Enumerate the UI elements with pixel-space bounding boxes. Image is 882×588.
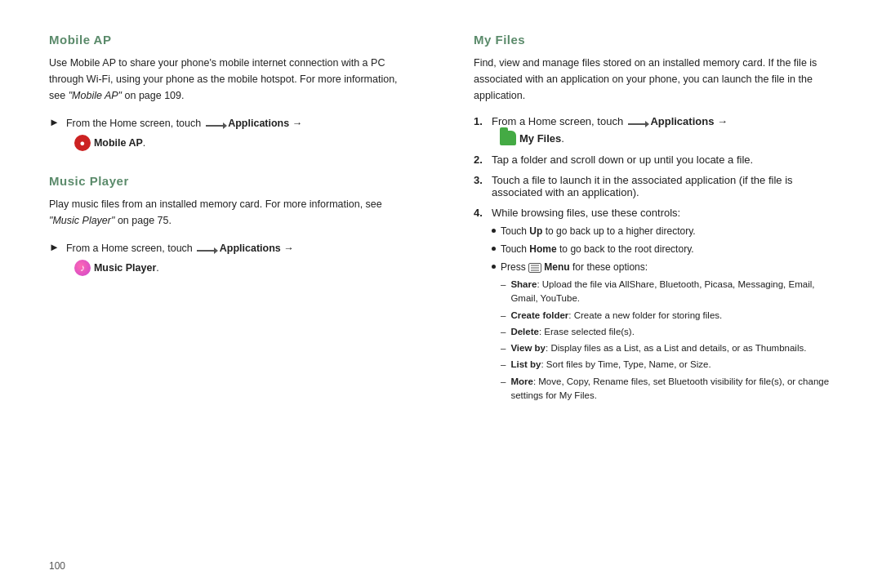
bullet-arrow-icon: ► — [49, 116, 60, 128]
sub-bullet-up-content: Touch Up to go back up to a higher direc… — [501, 224, 696, 238]
menu-option-more: – More: Move, Copy, Rename files, set Bl… — [501, 375, 833, 403]
apps-arrow-right — [626, 123, 648, 125]
sub-up-bold: Up — [529, 225, 542, 237]
music-player-body-text1: Play music files from an installed memor… — [49, 198, 382, 210]
sub-bullet-dot-3 — [492, 265, 496, 269]
step-1-content: From a Home screen, touch Applications →… — [492, 115, 728, 145]
step-1-apps-label: Applications → — [650, 115, 728, 127]
dash-6: – — [501, 375, 506, 389]
dash-2: – — [501, 309, 506, 323]
sub-bullet-dot-2 — [492, 247, 496, 251]
menu-bold-label: Menu — [544, 261, 569, 273]
step-3: 3. Touch a file to launch it in the asso… — [474, 174, 833, 198]
dash-1: – — [501, 278, 506, 292]
bullet-arrow-icon-2: ► — [49, 241, 60, 253]
viewby-bold: View by — [510, 343, 546, 353]
my-files-icon-row: My Files. — [500, 131, 728, 145]
music-player-body: Play music files from an installed memor… — [49, 196, 408, 229]
sub-bullet-up: Touch Up to go back up to a higher direc… — [492, 224, 833, 238]
mobile-ap-section: Mobile AP Use Mobile AP to share your ph… — [49, 33, 408, 151]
menu-option-viewby: – View by: Display files as a List, as a… — [501, 341, 833, 355]
step-4-num: 4. — [474, 207, 487, 219]
music-player-title: Music Player — [49, 174, 408, 188]
mobile-ap-bullet-content: From the Home screen, touch Applications… — [66, 115, 302, 151]
left-column: Mobile AP Use Mobile AP to share your ph… — [49, 33, 425, 528]
step-2-content: Tap a folder and scroll down or up until… — [492, 154, 753, 166]
apps-arrow — [204, 125, 225, 127]
sub-bullet-menu-content: Press Menu for these options: — [501, 260, 833, 405]
music-player-bullet: ► From a Home screen, touch Applications… — [49, 240, 408, 276]
viewby-text: View by: Display files as a List, as a L… — [510, 341, 806, 355]
delete-bold: Delete — [510, 327, 539, 336]
step-2-num: 2. — [474, 154, 487, 166]
share-bold: Share — [510, 279, 537, 289]
mobile-ap-icon-row: ● Mobile AP. — [74, 135, 302, 151]
delete-text: Delete: Erase selected file(s). — [510, 325, 635, 339]
mobile-ap-bullet-prefix: From the Home screen, touch — [66, 118, 201, 129]
step-4: 4. While browsing files, use these contr… — [474, 207, 833, 408]
sub-bullet-home-content: Touch Home to go back to the root direct… — [501, 242, 694, 256]
step-4-text: While browsing files, use these controls… — [492, 207, 680, 219]
sub-bullet-menu: Press Menu for these options: — [492, 260, 833, 405]
step-3-num: 3. — [474, 174, 487, 186]
apps-arrow-2 — [195, 250, 216, 252]
mobile-ap-bullet: ► From the Home screen, touch Applicatio… — [49, 115, 408, 151]
create-text: Create folder: Create a new folder for s… — [510, 309, 722, 323]
create-bold: Create folder — [510, 310, 568, 320]
mobile-ap-body-italic: "Mobile AP" — [69, 90, 122, 101]
music-player-icon-row: Music Player. — [74, 260, 294, 276]
page-footer: 100 — [0, 552, 882, 588]
sub-home-bold: Home — [529, 243, 556, 255]
my-files-body: Find, view and manage files stored on an… — [474, 55, 833, 104]
mobile-ap-apps-label: Applications → — [228, 118, 302, 129]
music-player-bullet-content: From a Home screen, touch Applications →… — [66, 240, 294, 276]
my-files-title: My Files — [474, 33, 833, 47]
mobile-ap-title: Mobile AP — [49, 33, 408, 47]
my-files-section: My Files Find, view and manage files sto… — [474, 33, 833, 408]
menu-lines — [531, 265, 539, 270]
more-bold: More — [510, 376, 532, 386]
music-player-icon — [74, 260, 91, 276]
menu-option-share: – Share: Upload the file via AllShare, B… — [501, 278, 833, 306]
share-text: Share: Upload the file via AllShare, Blu… — [510, 278, 833, 306]
step-4-sub-bullets: Touch Up to go back up to a higher direc… — [492, 224, 833, 405]
music-player-bullet-prefix: From a Home screen, touch — [66, 243, 193, 254]
dash-3: – — [501, 325, 506, 339]
my-files-icon — [500, 131, 516, 145]
music-player-icon-label: Music Player — [94, 260, 156, 276]
step-1: 1. From a Home screen, touch Application… — [474, 115, 833, 145]
my-files-steps: 1. From a Home screen, touch Application… — [474, 115, 833, 408]
menu-option-create: – Create folder: Create a new folder for… — [501, 309, 833, 323]
menu-options: – Share: Upload the file via AllShare, B… — [501, 278, 833, 403]
step-1-num: 1. — [474, 115, 487, 127]
arrow-line-icon-2 — [197, 250, 215, 252]
menu-option-listby: – List by: Sort files by Time, Type, Nam… — [501, 358, 833, 372]
listby-text: List by: Sort files by Time, Type, Name,… — [510, 358, 710, 372]
my-files-period: . — [561, 132, 564, 145]
sub-bullet-home: Touch Home to go back to the root direct… — [492, 242, 833, 256]
step-1-prefix: From a Home screen, touch — [492, 115, 623, 127]
more-text: More: Move, Copy, Rename files, set Blue… — [510, 375, 833, 403]
dash-4: – — [501, 341, 506, 355]
right-column: My Files Find, view and manage files sto… — [457, 33, 833, 528]
music-player-body-text2: on page 75. — [118, 215, 172, 226]
step-2: 2. Tap a folder and scroll down or up un… — [474, 154, 833, 166]
listby-bold: List by — [510, 359, 541, 369]
step-4-content: While browsing files, use these controls… — [492, 207, 833, 408]
mobile-ap-body: Use Mobile AP to share your phone's mobi… — [49, 55, 408, 104]
dash-5: – — [501, 358, 506, 372]
page-number: 100 — [49, 560, 65, 572]
mobile-ap-icon: ● — [74, 135, 91, 151]
music-player-section: Music Player Play music files from an in… — [49, 174, 408, 276]
mobile-ap-dot: . — [143, 135, 145, 151]
menu-icon — [528, 263, 541, 273]
menu-option-delete: – Delete: Erase selected file(s). — [501, 325, 833, 339]
arrow-line-right-icon — [628, 123, 646, 125]
sub-bullet-dot-1 — [492, 229, 496, 233]
mobile-ap-icon-label: Mobile AP — [94, 135, 143, 151]
music-player-dot: . — [156, 260, 158, 276]
arrow-line-icon — [206, 125, 224, 127]
step-3-content: Touch a file to launch it in the associa… — [492, 174, 833, 198]
my-files-icon-label: My Files — [519, 132, 561, 145]
mobile-ap-body-text2: on page 109. — [125, 90, 185, 101]
